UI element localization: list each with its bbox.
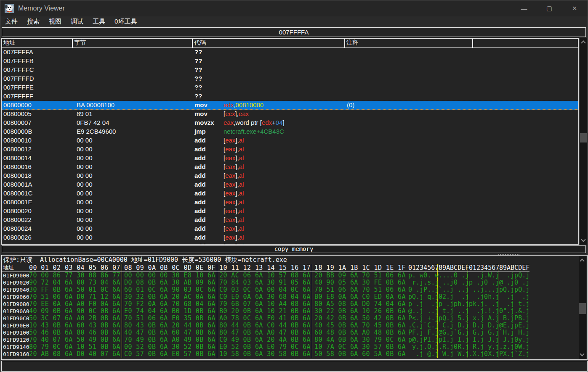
hexdump-row[interactable]: 01FD908070 EE 0A 6A A0 F0 0A 6A70 F2 0A … bbox=[2, 301, 587, 308]
instruction-bytes: 00 00 bbox=[77, 189, 93, 198]
disasm-row[interactable]: 0080002400 00add[eax],al bbox=[2, 224, 578, 233]
instruction-bytes: 00 00 bbox=[77, 180, 93, 189]
hex-ascii-group: .z.j0W.j bbox=[498, 343, 529, 351]
splitter-handle[interactable] bbox=[498, 254, 519, 255]
hexdump-row[interactable]: 01FD90E010 43 0B 6A 60 43 0B 6A80 43 0B … bbox=[2, 322, 587, 329]
disasm-row[interactable]: 0080001400 00add[eax],al bbox=[2, 154, 578, 163]
hexdump-body: 01FD900070 00 86 77 30 08 86 7700 00 00 … bbox=[2, 272, 587, 358]
disasm-row[interactable]: 007FFFFA?? bbox=[2, 48, 578, 57]
disasm-row[interactable]: 0080001000 00add[eax],al bbox=[2, 136, 578, 145]
instruction-address: 007FFFFD bbox=[3, 74, 34, 83]
disasm-row[interactable]: 007FFFFE?? bbox=[2, 83, 578, 92]
disasm-row[interactable]: 0080001600 00add[eax],al bbox=[2, 163, 578, 171]
disasm-row[interactable]: 007FFFFC?? bbox=[2, 66, 578, 74]
hex-ascii-group: pQ.j q.j bbox=[407, 293, 438, 301]
hexdump-row[interactable]: 01FD900070 00 86 77 30 08 86 7700 00 00 … bbox=[2, 272, 587, 279]
hex-bytes-group: 20 BB 09 6A 70 51 06 6A bbox=[312, 272, 407, 279]
hex-bytes-group: 30 32 0B 6A 20 AC 0A 6A bbox=[122, 293, 217, 301]
hexdump-row[interactable]: 01FD906070 51 06 6A D0 71 12 6A30 32 0B … bbox=[2, 293, 587, 301]
hexdump-scroll-thumb[interactable] bbox=[579, 303, 586, 314]
disasm-row[interactable]: 0080000589 01mov[ecx],eax bbox=[2, 110, 578, 119]
hexdump-row[interactable]: 01FD910050 46 0B 6A 80 46 0B 6A40 47 0B … bbox=[2, 329, 587, 336]
disasm-row[interactable]: 0080001E00 00add[eax],al bbox=[2, 198, 578, 207]
hexdump-row[interactable]: 01FD912070 40 07 6A 50 49 0B 6A70 49 0B … bbox=[2, 336, 587, 343]
hex-row-address: 01FD9040 bbox=[2, 286, 27, 293]
hex-byte-header: 08 09 0A 0B 0C 0D 0E 0F bbox=[122, 264, 217, 272]
menu-item-4[interactable]: 工具 bbox=[88, 18, 110, 26]
hex-ascii-group: 0 .jP..j bbox=[407, 286, 438, 293]
hexdump-row[interactable]: 01FD902090 72 04 6A 00 73 04 6AD0 08 0B … bbox=[2, 279, 587, 286]
instruction-mnemonic: ?? bbox=[194, 83, 202, 92]
instruction-address: 0080001C bbox=[3, 189, 32, 198]
hexdump-row[interactable]: 01FD904030 FF 0B 6A 50 01 0C 6A60 01 0C … bbox=[2, 286, 587, 293]
maximize-button[interactable]: ▢ bbox=[537, 0, 562, 16]
disasm-row[interactable]: 0080002000 00add[eax],al bbox=[2, 207, 578, 216]
disasm-row[interactable]: 007FFFFB?? bbox=[2, 57, 578, 66]
hex-bytes-group: 70 40 07 6A 50 49 0B 6A bbox=[27, 336, 122, 343]
hex-ascii-group: @G.j`G.j bbox=[438, 329, 468, 336]
disasm-scrollbar[interactable] bbox=[580, 38, 587, 245]
hex-bytes-group: C0 E0 0A 6A 30 68 04 6A bbox=[217, 293, 312, 301]
scroll-down-icon[interactable] bbox=[580, 351, 584, 356]
menu-item-2[interactable]: 视图 bbox=[44, 18, 66, 26]
disasm-row[interactable]: 0080001A00 00add[eax],al bbox=[2, 180, 578, 189]
hex-ascii-group: ....0 .j bbox=[438, 272, 468, 279]
hex-ascii-group: pQ.j 5.j bbox=[438, 315, 468, 322]
instruction-address: 00800014 bbox=[3, 154, 32, 162]
hex-bytes-group: E0 74 04 6A B0 1D 0B 6A bbox=[122, 308, 217, 315]
instruction-operands: [eax],al bbox=[223, 242, 244, 245]
app-dog-icon bbox=[5, 4, 14, 13]
instruction-address: 00800028 bbox=[3, 242, 32, 245]
hex-bytes-group: 40 09 0B 6A 90 0C 0B 6A bbox=[27, 308, 122, 315]
hexdump-row[interactable]: 01FD90C050 3C 07 6A A0 2B 0B 6A70 51 06 … bbox=[2, 315, 587, 322]
hexdump-panel: 保护:只读 AllocationBase=00CA0000 地址=01FD900… bbox=[1, 255, 588, 360]
instruction-mnemonic: add bbox=[194, 180, 206, 189]
hex-ascii-group: .j @.j bbox=[407, 351, 438, 358]
disasm-row[interactable]: 00800000BA 00008100movedx,00810000(0) bbox=[2, 101, 578, 110]
hex-bytes-group: B0 20 0B 6A 10 21 0B 6A bbox=[217, 308, 312, 315]
disasm-row[interactable]: 0080002600 00add[eax],al bbox=[2, 233, 578, 242]
instruction-operands: [eax],al bbox=[223, 224, 244, 233]
hex-bytes-group: 10 58 0B 6A 30 58 0B 6A bbox=[217, 351, 312, 358]
disasm-row[interactable]: 007FFFFD?? bbox=[2, 74, 578, 83]
instruction-address: 00800026 bbox=[3, 233, 32, 242]
close-button[interactable]: ✕ bbox=[562, 0, 587, 16]
disasm-row[interactable]: 0080001200 00add[eax],al bbox=[2, 145, 578, 154]
scroll-up-icon[interactable] bbox=[580, 259, 584, 263]
hex-bytes-group: 80 43 0B 6A 20 44 0B 6A bbox=[122, 322, 217, 329]
hex-bytes-group: 70 00 86 77 30 08 86 77 bbox=[27, 272, 122, 279]
disasm-row[interactable]: 0080001C00 00add[eax],al bbox=[2, 189, 578, 198]
scroll-up-icon[interactable] bbox=[581, 40, 585, 45]
menu-item-5[interactable]: 0环工具 bbox=[110, 18, 141, 26]
scroll-down-icon[interactable] bbox=[581, 237, 585, 242]
hexdump-scrollbar[interactable] bbox=[579, 256, 586, 359]
hex-bytes-group: 50 3C 07 6A A0 2B 0B 6A bbox=[27, 315, 122, 322]
menu-item-1[interactable]: 搜索 bbox=[22, 18, 44, 26]
instruction-mnemonic: add bbox=[194, 224, 206, 233]
hexdump-row[interactable]: 01FD914080 79 0C 6A 10 51 0B 6A00 52 0B … bbox=[2, 343, 587, 351]
disasm-row[interactable]: 0080000BE9 2CB49600jmpnetcraft.exe+4CB43… bbox=[2, 127, 578, 136]
disasm-scroll-thumb[interactable] bbox=[580, 133, 587, 142]
disasm-row[interactable]: 0080002200 00add[eax],al bbox=[2, 216, 578, 224]
hex-ascii-group: .C.j`C.j bbox=[407, 322, 438, 329]
instruction-mnemonic: ?? bbox=[194, 66, 202, 74]
hex-ascii-group: I.j J.j bbox=[468, 336, 498, 343]
instruction-mnemonic: add bbox=[194, 171, 206, 180]
minimize-button[interactable]: — bbox=[511, 0, 537, 16]
disasm-row[interactable]: 0080001800 00add[eax],al bbox=[2, 171, 578, 180]
hexdump-row[interactable]: 01FD90A040 09 0B 6A 90 0C 0B 6AE0 74 04 … bbox=[2, 308, 587, 315]
instruction-mnemonic: add bbox=[194, 198, 206, 206]
current-address-bar: 007FFFFA bbox=[2, 27, 586, 37]
instruction-address: 00800007 bbox=[3, 119, 32, 127]
hex-row-address: 01FD90A0 bbox=[2, 308, 27, 315]
disasm-row[interactable]: 008000070FB7 42 04movzxeax,word ptr [edx… bbox=[2, 119, 578, 127]
menu-item-0[interactable]: 文件 bbox=[0, 18, 22, 26]
hexdump-row[interactable]: 01FD916020 AB 08 6A D0 40 07 6AC0 57 0B … bbox=[2, 351, 587, 358]
instruction-operands: [eax],al bbox=[223, 163, 244, 171]
hex-row-address: 01FD90E0 bbox=[2, 322, 27, 329]
menu-item-3[interactable]: 调试 bbox=[66, 18, 88, 26]
disasm-column-header-4 bbox=[473, 38, 578, 48]
memory-viewer-window: { "window": { "title": "Memory Viewer", … bbox=[0, 0, 588, 372]
disasm-row[interactable]: 007FFFFF?? bbox=[2, 92, 578, 101]
disasm-row[interactable]: 0080002800 00add[eax],al bbox=[2, 242, 578, 245]
